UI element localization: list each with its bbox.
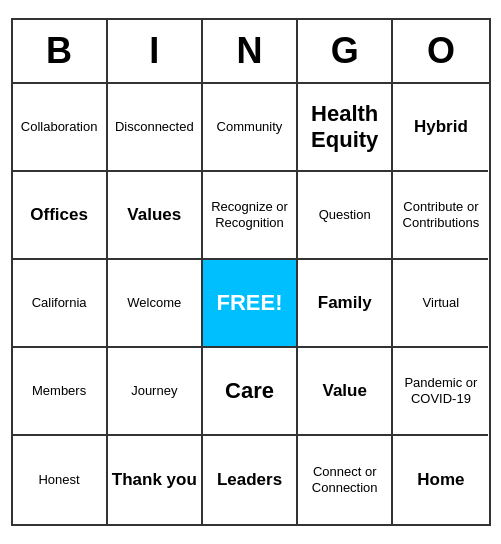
bingo-cell-22: Leaders (203, 436, 298, 524)
bingo-cell-18: Value (298, 348, 393, 436)
bingo-cell-17: Care (203, 348, 298, 436)
bingo-cell-16: Journey (108, 348, 203, 436)
bingo-cell-14: Virtual (393, 260, 488, 348)
bingo-cell-2: Community (203, 84, 298, 172)
bingo-cell-12: FREE! (203, 260, 298, 348)
bingo-cell-6: Values (108, 172, 203, 260)
bingo-cell-1: Disconnected (108, 84, 203, 172)
bingo-cell-4: Hybrid (393, 84, 488, 172)
bingo-letter-b: B (13, 20, 108, 82)
bingo-letter-o: O (393, 20, 488, 82)
bingo-cell-3: Health Equity (298, 84, 393, 172)
bingo-card: BINGO CollaborationDisconnectedCommunity… (11, 18, 491, 526)
bingo-cell-15: Members (13, 348, 108, 436)
bingo-cell-10: California (13, 260, 108, 348)
bingo-grid: CollaborationDisconnectedCommunityHealth… (13, 84, 489, 524)
bingo-cell-8: Question (298, 172, 393, 260)
bingo-cell-13: Family (298, 260, 393, 348)
bingo-cell-9: Contribute or Contributions (393, 172, 488, 260)
bingo-cell-19: Pandemic or COVID-19 (393, 348, 488, 436)
bingo-cell-23: Connect or Connection (298, 436, 393, 524)
bingo-cell-7: Recognize or Recognition (203, 172, 298, 260)
bingo-letter-g: G (298, 20, 393, 82)
bingo-cell-20: Honest (13, 436, 108, 524)
bingo-letter-i: I (108, 20, 203, 82)
bingo-header: BINGO (13, 20, 489, 84)
bingo-cell-0: Collaboration (13, 84, 108, 172)
bingo-cell-5: Offices (13, 172, 108, 260)
bingo-cell-11: Welcome (108, 260, 203, 348)
bingo-cell-24: Home (393, 436, 488, 524)
bingo-letter-n: N (203, 20, 298, 82)
bingo-cell-21: Thank you (108, 436, 203, 524)
